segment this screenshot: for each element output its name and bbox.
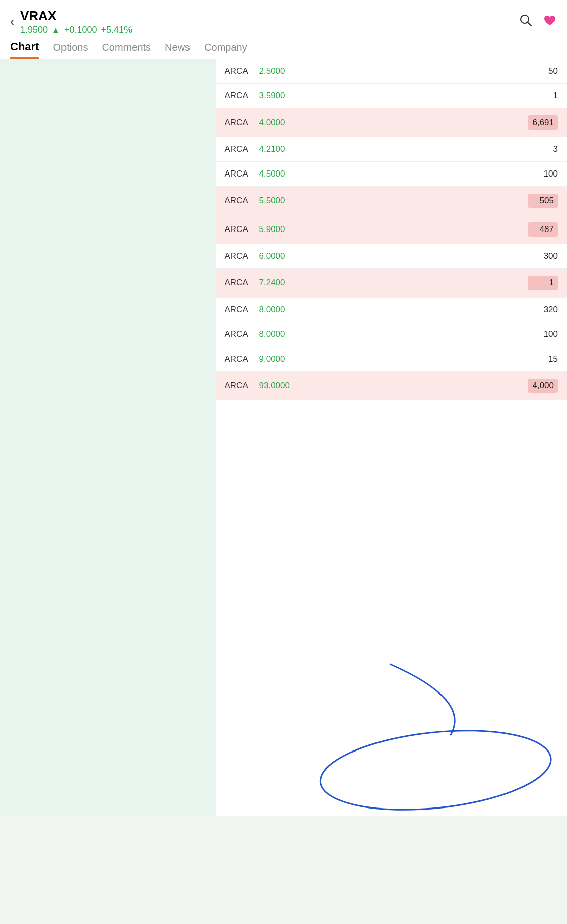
stock-symbol: VRAX [20, 8, 132, 24]
exchange-label: ARCA [225, 144, 255, 154]
back-button[interactable]: ‹ [10, 16, 14, 28]
header: ‹ VRAX 1.9500 ▲ +0.1000 +5.41% [0, 0, 567, 35]
stock-change: +0.1000 [64, 25, 97, 35]
exchange-label: ARCA [225, 278, 255, 288]
table-row: ARCA4.5000100 [216, 162, 568, 187]
table-row: ARCA9.000015 [216, 347, 568, 372]
price-value: 2.5000 [259, 66, 528, 76]
blue-annotation-circle [211, 634, 568, 816]
exchange-label: ARCA [225, 118, 255, 128]
price-value: 93.0000 [259, 381, 528, 391]
search-icon[interactable] [519, 13, 533, 31]
tab-chart[interactable]: Chart [10, 40, 39, 59]
tab-news[interactable]: News [165, 42, 190, 59]
exchange-label: ARCA [225, 66, 255, 76]
price-value: 8.0000 [259, 329, 528, 339]
quantity-value: 15 [528, 354, 558, 364]
table-row: ARCA5.5000505 [216, 187, 568, 215]
price-value: 4.2100 [259, 144, 528, 154]
tab-company[interactable]: Company [204, 42, 247, 59]
exchange-label: ARCA [225, 169, 255, 179]
price-value: 9.0000 [259, 354, 528, 364]
order-book: ARCA2.500050ARCA3.59001ARCA4.00006,691AR… [216, 59, 568, 816]
table-row: ARCA3.59001 [216, 84, 568, 108]
quantity-value: 487 [528, 222, 558, 237]
exchange-label: ARCA [225, 381, 255, 391]
table-row: ARCA7.24001 [216, 269, 568, 298]
quantity-value: 50 [528, 66, 558, 76]
up-arrow-icon: ▲ [52, 26, 60, 35]
heart-icon[interactable] [543, 13, 557, 31]
quantity-value: 100 [528, 169, 558, 179]
exchange-label: ARCA [225, 354, 255, 364]
price-value: 8.0000 [259, 305, 528, 315]
exchange-label: ARCA [225, 224, 255, 235]
table-row: ARCA2.500050 [216, 59, 568, 84]
quantity-value: 505 [528, 194, 558, 208]
chart-area [0, 59, 216, 816]
svg-line-1 [528, 22, 531, 26]
quantity-value: 100 [528, 329, 558, 339]
quantity-value: 6,691 [528, 116, 558, 130]
exchange-label: ARCA [225, 329, 255, 339]
table-row: ARCA4.00006,691 [216, 108, 568, 137]
stock-info: VRAX 1.9500 ▲ +0.1000 +5.41% [20, 8, 132, 35]
table-row: ARCA8.0000320 [216, 298, 568, 322]
price-value: 6.0000 [259, 251, 528, 261]
quantity-value: 1 [528, 91, 558, 101]
exchange-label: ARCA [225, 305, 255, 315]
price-value: 5.9000 [259, 224, 528, 235]
exchange-label: ARCA [225, 196, 255, 206]
quantity-value: 3 [528, 144, 558, 154]
table-row: ARCA93.00004,000 [216, 372, 568, 400]
quantity-value: 4,000 [528, 379, 558, 393]
quantity-value: 1 [528, 276, 558, 290]
table-row: ARCA6.0000300 [216, 244, 568, 269]
stock-price: 1.9500 [20, 25, 48, 35]
price-value: 5.5000 [259, 196, 528, 206]
table-row: ARCA8.0000100 [216, 322, 568, 347]
stock-change-pct: +5.41% [101, 25, 132, 35]
price-value: 3.5900 [259, 91, 528, 101]
table-row: ARCA5.9000487 [216, 215, 568, 244]
exchange-label: ARCA [225, 251, 255, 261]
quantity-value: 320 [528, 305, 558, 315]
tab-options[interactable]: Options [53, 42, 88, 59]
table-row: ARCA4.21003 [216, 137, 568, 162]
price-value: 7.2400 [259, 278, 528, 288]
main-content: ARCA2.500050ARCA3.59001ARCA4.00006,691AR… [0, 59, 567, 816]
tab-comments[interactable]: Comments [102, 42, 151, 59]
price-value: 4.0000 [259, 118, 528, 128]
quantity-value: 300 [528, 251, 558, 261]
tabs-bar: Chart Options Comments News Company [0, 35, 567, 59]
exchange-label: ARCA [225, 91, 255, 101]
price-value: 4.5000 [259, 169, 528, 179]
svg-point-2 [316, 720, 554, 816]
